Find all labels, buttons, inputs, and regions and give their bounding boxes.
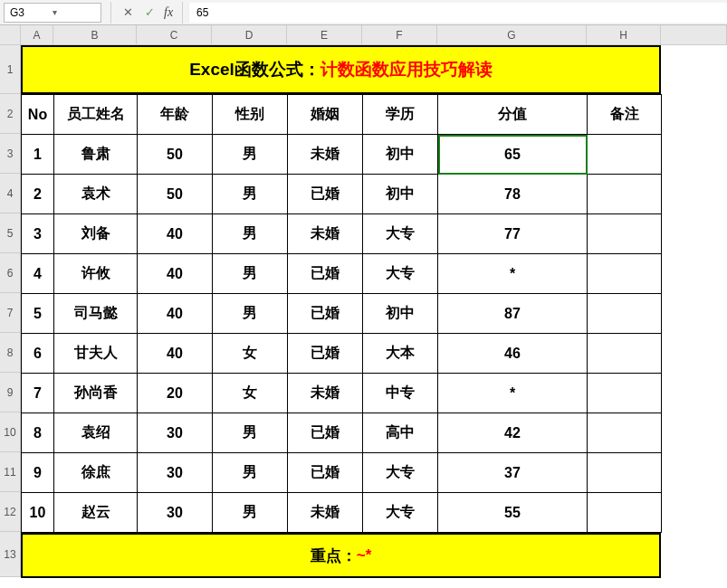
- row-header-6[interactable]: 6: [0, 253, 21, 293]
- cell-edu[interactable]: 中专: [363, 374, 438, 413]
- cell-edu[interactable]: 初中: [363, 135, 438, 175]
- cell-score[interactable]: *: [438, 254, 588, 294]
- cell-marital[interactable]: 未婚: [288, 214, 363, 254]
- header-age[interactable]: 年龄: [138, 95, 213, 135]
- cell-marital[interactable]: 已婚: [288, 413, 363, 453]
- fx-icon[interactable]: fx: [164, 5, 173, 20]
- row-header-2[interactable]: 2: [0, 94, 21, 134]
- cell-no[interactable]: 3: [22, 214, 54, 254]
- cell-edu[interactable]: 大专: [363, 493, 438, 533]
- header-edu[interactable]: 学历: [363, 95, 438, 135]
- cell-gender[interactable]: 男: [213, 294, 288, 334]
- row-header-1[interactable]: 1: [0, 45, 21, 94]
- header-gender[interactable]: 性别: [213, 95, 288, 135]
- cell-note[interactable]: [588, 453, 662, 493]
- row-header-13[interactable]: 13: [0, 532, 21, 577]
- cell-name[interactable]: 袁术: [54, 175, 138, 214]
- cell-score[interactable]: 37: [438, 453, 588, 493]
- cell-no[interactable]: 1: [22, 135, 54, 175]
- cell-no[interactable]: 2: [22, 175, 54, 214]
- title-merged-cell[interactable]: Excel函数公式： 计数函数应用技巧解读: [21, 45, 661, 94]
- col-header-c[interactable]: C: [137, 25, 212, 45]
- cell-age[interactable]: 40: [138, 254, 213, 294]
- cell-no[interactable]: 7: [22, 374, 54, 413]
- cell-note[interactable]: [588, 493, 662, 533]
- cell-gender[interactable]: 男: [213, 135, 288, 175]
- row-header-10[interactable]: 10: [0, 413, 21, 452]
- cell-score[interactable]: *: [438, 374, 588, 413]
- cell-gender[interactable]: 男: [213, 453, 288, 493]
- footer-merged-cell[interactable]: 重点： ~*: [21, 533, 661, 578]
- cell-note[interactable]: [588, 175, 662, 214]
- cell-marital[interactable]: 已婚: [288, 334, 363, 374]
- row-header-12[interactable]: 12: [0, 492, 21, 532]
- cell-marital[interactable]: 未婚: [288, 493, 363, 533]
- cell-name[interactable]: 司马懿: [54, 294, 138, 334]
- cell-age[interactable]: 50: [138, 175, 213, 214]
- header-note[interactable]: 备注: [588, 95, 662, 135]
- cell-age[interactable]: 30: [138, 493, 213, 533]
- cell-edu[interactable]: 大专: [363, 254, 438, 294]
- cell-age[interactable]: 40: [138, 214, 213, 254]
- cell-edu[interactable]: 初中: [363, 294, 438, 334]
- cell-gender[interactable]: 男: [213, 175, 288, 214]
- cell-score[interactable]: 87: [438, 294, 588, 334]
- cell-gender[interactable]: 男: [213, 254, 288, 294]
- cell-name[interactable]: 赵云: [54, 493, 138, 533]
- name-box[interactable]: G3 ▾: [4, 3, 101, 23]
- cell-score[interactable]: 46: [438, 334, 588, 374]
- cell-edu[interactable]: 初中: [363, 175, 438, 214]
- cell-score[interactable]: 42: [438, 413, 588, 453]
- col-header-g[interactable]: G: [437, 25, 587, 45]
- cell-score[interactable]: 55: [438, 493, 588, 533]
- cell-gender[interactable]: 男: [213, 493, 288, 533]
- row-header-11[interactable]: 11: [0, 452, 21, 492]
- header-no[interactable]: No: [22, 95, 54, 135]
- cell-no[interactable]: 6: [22, 334, 54, 374]
- cell-name[interactable]: 徐庶: [54, 453, 138, 493]
- cell-name[interactable]: 甘夫人: [54, 334, 138, 374]
- col-header-b[interactable]: B: [53, 25, 137, 45]
- cell-age[interactable]: 50: [138, 135, 213, 175]
- cell-gender[interactable]: 男: [213, 214, 288, 254]
- cell-score[interactable]: 65: [438, 135, 588, 175]
- cell-name[interactable]: 许攸: [54, 254, 138, 294]
- cell-age[interactable]: 30: [138, 413, 213, 453]
- cell-name[interactable]: 孙尚香: [54, 374, 138, 413]
- cell-gender[interactable]: 男: [213, 413, 288, 453]
- cell-marital[interactable]: 已婚: [288, 453, 363, 493]
- header-marital[interactable]: 婚姻: [288, 95, 363, 135]
- col-header-a[interactable]: A: [21, 25, 53, 45]
- cell-note[interactable]: [588, 214, 662, 254]
- cell-note[interactable]: [588, 254, 662, 294]
- cell-marital[interactable]: 已婚: [288, 294, 363, 334]
- col-header-f[interactable]: F: [362, 25, 437, 45]
- formula-input[interactable]: 65: [188, 3, 727, 23]
- cell-note[interactable]: [588, 294, 662, 334]
- row-header-3[interactable]: 3: [0, 134, 21, 174]
- cell-marital[interactable]: 已婚: [288, 254, 363, 294]
- cell-marital[interactable]: 已婚: [288, 175, 363, 214]
- cell-note[interactable]: [588, 334, 662, 374]
- cell-no[interactable]: 10: [22, 493, 54, 533]
- cancel-formula-icon[interactable]: ✕: [117, 3, 139, 23]
- cell-name[interactable]: 鲁肃: [54, 135, 138, 175]
- cell-age[interactable]: 20: [138, 374, 213, 413]
- cell-note[interactable]: [588, 135, 662, 175]
- col-header-e[interactable]: E: [287, 25, 362, 45]
- row-header-4[interactable]: 4: [0, 174, 21, 213]
- cell-edu[interactable]: 高中: [363, 413, 438, 453]
- row-header-5[interactable]: 5: [0, 213, 21, 253]
- select-all-corner[interactable]: [0, 25, 21, 45]
- cell-edu[interactable]: 大专: [363, 453, 438, 493]
- row-header-9[interactable]: 9: [0, 373, 21, 413]
- cell-no[interactable]: 5: [22, 294, 54, 334]
- chevron-down-icon[interactable]: ▾: [53, 7, 95, 17]
- cell-age[interactable]: 30: [138, 453, 213, 493]
- row-header-8[interactable]: 8: [0, 333, 21, 373]
- cell-marital[interactable]: 未婚: [288, 374, 363, 413]
- cell-age[interactable]: 40: [138, 294, 213, 334]
- header-name[interactable]: 员工姓名: [54, 95, 138, 135]
- cell-score[interactable]: 77: [438, 214, 588, 254]
- col-header-h[interactable]: H: [587, 25, 661, 45]
